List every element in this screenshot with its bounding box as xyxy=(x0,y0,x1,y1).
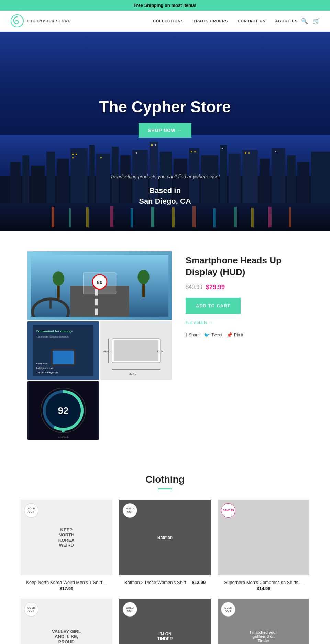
facebook-icon: f xyxy=(186,332,187,338)
svg-rect-22 xyxy=(260,159,270,203)
shop-now-button[interactable]: SHOP NOW → xyxy=(139,123,192,138)
svg-rect-32 xyxy=(131,208,133,227)
svg-rect-18 xyxy=(201,155,218,203)
svg-text:37.4L: 37.4L xyxy=(129,372,136,375)
hud-convenient-image: Convenient for driving- Hud mobile navig… xyxy=(28,321,99,380)
product-card[interactable]: SOLD OUT Batman Batman 2-Piece Women's S… xyxy=(119,500,211,592)
product-card[interactable]: SOLD OUT VALLEY GIRL AND, LIKE, PROUD Va… xyxy=(21,599,112,644)
svg-rect-9 xyxy=(89,145,95,203)
product-card-name: Keep North Korea Weird Men's T-Shirt— $1… xyxy=(21,579,112,592)
city-skyline xyxy=(0,135,330,231)
product-image-main[interactable]: 80 xyxy=(28,251,172,320)
svg-rect-5 xyxy=(31,166,45,203)
clothing-section: Clothing SOLD OUT KEEP NORTH KOREA WEIRD… xyxy=(0,460,330,644)
product-card-image: SOLD OUT I'M ON TINDER xyxy=(119,599,211,644)
share-pinterest-button[interactable]: 📌 Pin it xyxy=(227,332,243,338)
svg-rect-40 xyxy=(289,207,292,227)
svg-rect-43 xyxy=(72,157,74,158)
svg-rect-47 xyxy=(136,152,137,154)
social-share: f Share 🐦 Tweet 📌 Pin it xyxy=(186,332,302,338)
svg-rect-35 xyxy=(192,206,196,227)
svg-text:Unblock the eyesight: Unblock the eyesight xyxy=(36,371,58,374)
tweet-label: Tweet xyxy=(211,332,222,337)
hud-dashboard-image: 80 xyxy=(28,251,172,320)
svg-rect-36 xyxy=(213,208,216,227)
svg-rect-58 xyxy=(95,309,98,315)
product-badge: SOLD OUT xyxy=(123,503,137,518)
nav-collections[interactable]: COLLECTIONS xyxy=(153,19,184,23)
svg-rect-46 xyxy=(100,157,102,158)
product-image-sub3[interactable]: 92 mph/km/h xyxy=(28,381,99,440)
product-card[interactable]: SOLD OUT KEEP NORTH KOREA WEIRD Keep Nor… xyxy=(21,500,112,592)
product-card[interactable]: SOLD OUT I matched your girlfriend on Ti… xyxy=(218,599,309,644)
product-image-sub1[interactable]: Convenient for driving- Hud mobile navig… xyxy=(28,321,99,380)
nav-contact-us[interactable]: CONTACT US xyxy=(238,19,265,23)
svg-rect-52 xyxy=(248,152,250,154)
svg-rect-41 xyxy=(72,154,74,155)
svg-rect-37 xyxy=(234,207,237,227)
svg-rect-78 xyxy=(114,340,158,361)
svg-rect-45 xyxy=(155,144,156,146)
svg-rect-49 xyxy=(194,151,196,152)
hud-display-image: 92 mph/km/h xyxy=(28,381,99,440)
svg-rect-39 xyxy=(268,207,272,227)
product-card-image: SAVE $5 xyxy=(218,500,309,575)
svg-rect-25 xyxy=(297,162,309,203)
search-icon: 🔍 xyxy=(301,18,308,24)
logo-text: THE CYPHER STORE xyxy=(27,19,71,23)
price-new: $29.99 xyxy=(206,284,225,291)
hero-section: The Cypher Store SHOP NOW → Trendsetting… xyxy=(0,32,330,231)
product-images: 80 Co xyxy=(28,251,172,440)
product-image-sub2[interactable]: 68.45 37.4L 12.24 xyxy=(100,321,172,380)
svg-rect-12 xyxy=(120,155,131,203)
svg-rect-28 xyxy=(52,207,54,227)
search-button[interactable]: 🔍 xyxy=(301,18,308,24)
nav-track-orders[interactable]: TRACK ORDERS xyxy=(194,19,228,23)
product-card[interactable]: SAVE $5 Superhero Men's Compression Shir… xyxy=(218,500,309,592)
svg-text:Hud mobile navigation bracket: Hud mobile navigation bracket xyxy=(36,336,69,338)
hud-dimensions-image: 68.45 37.4L 12.24 xyxy=(100,321,172,380)
svg-point-67 xyxy=(138,270,149,284)
svg-rect-57 xyxy=(95,299,98,305)
svg-rect-24 xyxy=(287,155,296,203)
svg-rect-50 xyxy=(222,148,223,149)
svg-text:Antislip and safe: Antislip and safe xyxy=(36,367,54,370)
product-card-name: Batman 2-Piece Women's Shirt— $12.99 xyxy=(119,579,211,586)
svg-text:Easily fixed: Easily fixed xyxy=(36,362,48,365)
product-card-image: SOLD OUT I matched your girlfriend on Ti… xyxy=(218,599,309,644)
svg-text:Convenient for driving-: Convenient for driving- xyxy=(36,329,73,333)
svg-text:68.45: 68.45 xyxy=(103,350,111,353)
product-info: Smartphone Heads Up Display (HUD) $49.99… xyxy=(186,251,302,338)
product-title: Smartphone Heads Up Display (HUD) xyxy=(186,255,302,278)
svg-rect-30 xyxy=(86,207,89,227)
svg-rect-44 xyxy=(151,144,153,146)
hero-location-line2: San Diego, CA xyxy=(139,197,191,205)
svg-point-90 xyxy=(62,430,65,432)
svg-rect-20 xyxy=(229,154,241,203)
product-prices: $49.99 $29.99 xyxy=(186,284,302,291)
product-card-price: $12.99 xyxy=(192,580,206,585)
logo[interactable]: THE CYPHER STORE xyxy=(10,14,71,28)
add-to-cart-button[interactable]: ADD TO CART xyxy=(186,298,241,314)
share-facebook-button[interactable]: f Share xyxy=(186,332,200,338)
share-twitter-button[interactable]: 🐦 Tweet xyxy=(204,332,222,338)
svg-text:mph/km/h: mph/km/h xyxy=(58,436,69,439)
nav-about-us[interactable]: ABOUT US xyxy=(275,19,298,23)
product-card-image: SOLD OUT VALLEY GIRL AND, LIKE, PROUD xyxy=(21,599,112,644)
product-card[interactable]: SOLD OUT I'M ON TINDER I'm On Tinder T-S… xyxy=(119,599,211,644)
svg-rect-34 xyxy=(172,207,175,227)
full-details-link[interactable]: Full details → xyxy=(186,320,213,325)
clothing-section-title: Clothing xyxy=(21,474,309,485)
svg-rect-7 xyxy=(57,159,69,203)
hero-location-line1: Based in xyxy=(149,186,181,195)
product-card-image: SOLD OUT KEEP NORTH KOREA WEIRD xyxy=(21,500,112,575)
svg-rect-48 xyxy=(191,151,192,152)
svg-rect-53 xyxy=(275,151,276,152)
announcement-bar: Free Shipping on most items! xyxy=(0,0,330,11)
product-card-name: Superhero Men's Compression Shirts— $14.… xyxy=(218,579,309,592)
cart-button[interactable]: 🛒 xyxy=(313,18,320,24)
svg-rect-31 xyxy=(110,206,113,227)
products-grid: SOLD OUT KEEP NORTH KOREA WEIRD Keep Nor… xyxy=(21,500,309,644)
svg-rect-6 xyxy=(46,152,55,203)
svg-rect-38 xyxy=(251,208,254,227)
